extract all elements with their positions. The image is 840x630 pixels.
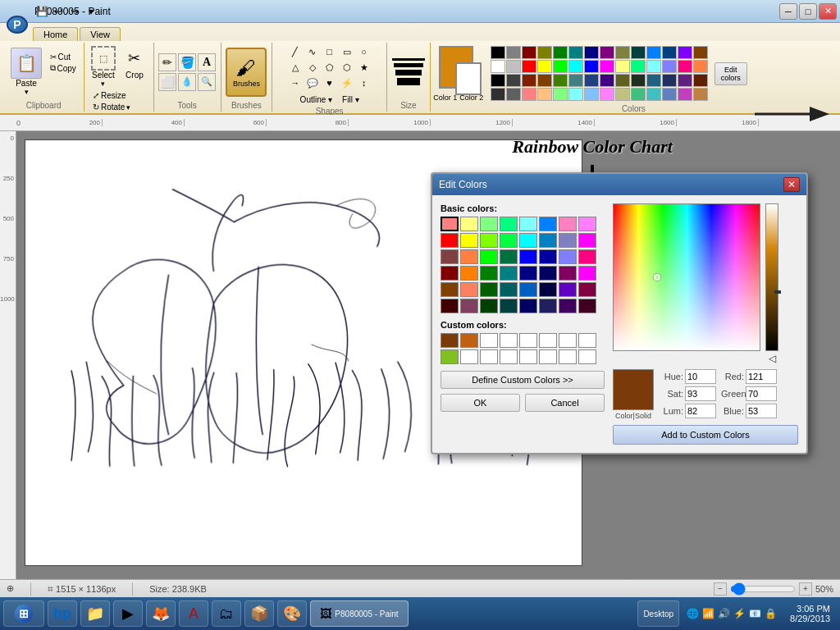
basic-color-swatch[interactable]: [539, 249, 557, 264]
basic-color-swatch[interactable]: [441, 266, 459, 281]
palette-color-swatch[interactable]: [537, 88, 552, 101]
palette-color-swatch[interactable]: [600, 46, 614, 59]
heart-shape[interactable]: ♥: [322, 75, 338, 90]
basic-color-swatch[interactable]: [539, 233, 557, 248]
paste-btn[interactable]: 📋 Paste ▾: [8, 45, 45, 98]
palette-color-swatch[interactable]: [553, 46, 568, 59]
palette-color-swatch[interactable]: [678, 74, 692, 87]
palette-color-swatch[interactable]: [506, 88, 521, 101]
green-input[interactable]: [746, 386, 777, 401]
basic-color-swatch[interactable]: [519, 266, 537, 281]
tray-icon-3[interactable]: ⚡: [733, 607, 746, 620]
scroll-shape[interactable]: ↕: [356, 75, 372, 90]
taskbar-explorer-btn[interactable]: 📁: [80, 600, 110, 627]
line-shape[interactable]: ╱: [287, 44, 304, 59]
basic-color-swatch[interactable]: [559, 233, 577, 248]
palette-color-swatch[interactable]: [678, 88, 692, 101]
tray-icon-2[interactable]: 📶: [701, 607, 714, 620]
palette-color-swatch[interactable]: [522, 60, 536, 73]
basic-color-swatch[interactable]: [578, 233, 596, 248]
custom-color-swatch[interactable]: [559, 333, 577, 348]
ellipse-shape[interactable]: ○: [356, 44, 372, 59]
taskbar-hp-btn[interactable]: hp: [48, 600, 77, 627]
basic-color-swatch[interactable]: [578, 249, 596, 264]
palette-color-swatch[interactable]: [506, 46, 521, 59]
palette-color-swatch[interactable]: [693, 60, 708, 73]
palette-color-swatch[interactable]: [568, 46, 583, 59]
select-btn[interactable]: ⬚ Select ▾: [89, 44, 117, 89]
maximize-btn[interactable]: □: [799, 3, 817, 20]
paint-menu-button[interactable]: P: [7, 16, 28, 34]
custom-color-swatch[interactable]: [578, 333, 596, 348]
palette-color-swatch[interactable]: [615, 74, 630, 87]
basic-color-swatch[interactable]: [500, 249, 518, 264]
taskbar-clock[interactable]: 3:06 PM 8/29/2013: [783, 604, 837, 623]
palette-color-swatch[interactable]: [522, 88, 536, 101]
quick-save-btn[interactable]: 💾: [34, 4, 49, 19]
basic-color-swatch[interactable]: [559, 299, 577, 313]
palette-color-swatch[interactable]: [491, 60, 505, 73]
color-spectrum[interactable]: [613, 203, 760, 351]
palette-color-swatch[interactable]: [568, 60, 583, 73]
brushes-btn[interactable]: 🖌 Brushes: [226, 48, 267, 97]
basic-color-swatch[interactable]: [539, 299, 557, 313]
custom-color-swatch[interactable]: [480, 349, 498, 364]
palette-color-swatch[interactable]: [537, 46, 552, 59]
dialog-ok-btn[interactable]: OK: [441, 394, 520, 412]
tray-icon-5[interactable]: 🔒: [764, 607, 777, 620]
size-3[interactable]: [395, 70, 422, 75]
color-picker-tool[interactable]: 💧: [178, 73, 196, 91]
basic-color-swatch[interactable]: [441, 233, 459, 248]
palette-color-swatch[interactable]: [506, 74, 521, 87]
color-preview-box[interactable]: [613, 369, 654, 410]
fill-dropdown[interactable]: Fill ▾: [339, 94, 363, 105]
pentagon-shape[interactable]: ⬠: [322, 60, 338, 75]
basic-color-swatch[interactable]: [519, 249, 537, 264]
basic-color-swatch[interactable]: [480, 217, 498, 231]
size-4[interactable]: [397, 78, 420, 85]
minimize-btn[interactable]: ─: [779, 3, 797, 20]
taskbar-firefox-btn[interactable]: 🦊: [146, 600, 176, 627]
palette-color-swatch[interactable]: [491, 88, 505, 101]
basic-color-swatch[interactable]: [559, 217, 577, 231]
hue-input[interactable]: [685, 369, 716, 384]
basic-color-swatch[interactable]: [480, 233, 498, 248]
basic-color-swatch[interactable]: [460, 233, 478, 248]
custom-color-swatch[interactable]: [500, 333, 518, 348]
palette-color-swatch[interactable]: [615, 46, 630, 59]
roundrect-shape[interactable]: ▭: [339, 44, 355, 59]
custom-color-swatch[interactable]: [500, 349, 518, 364]
palette-color-swatch[interactable]: [615, 60, 630, 73]
basic-color-swatch[interactable]: [519, 217, 537, 231]
lightning-shape[interactable]: ⚡: [339, 75, 355, 90]
custom-color-swatch[interactable]: [480, 333, 498, 348]
outline-dropdown[interactable]: Outline ▾: [297, 94, 336, 105]
lum-input[interactable]: [685, 404, 716, 418]
palette-color-swatch[interactable]: [646, 46, 661, 59]
palette-color-swatch[interactable]: [678, 60, 692, 73]
basic-color-swatch[interactable]: [441, 249, 459, 264]
quick-undo-btn[interactable]: ↩: [51, 4, 66, 19]
taskbar-app6-btn[interactable]: 📦: [244, 600, 274, 627]
color2-swatch[interactable]: [455, 62, 482, 95]
palette-color-swatch[interactable]: [568, 74, 583, 87]
dialog-cancel-btn[interactable]: Cancel: [525, 394, 605, 412]
palette-color-swatch[interactable]: [600, 74, 614, 87]
custom-color-swatch[interactable]: [578, 349, 596, 364]
edit-colors-btn[interactable]: Edit colors: [714, 62, 747, 85]
palette-color-swatch[interactable]: [568, 88, 583, 101]
basic-color-swatch[interactable]: [441, 217, 459, 231]
palette-color-swatch[interactable]: [491, 74, 505, 87]
basic-color-swatch[interactable]: [578, 299, 596, 313]
basic-color-swatch[interactable]: [460, 282, 478, 297]
tray-icon-1[interactable]: 🌐: [686, 607, 699, 620]
basic-color-swatch[interactable]: [480, 249, 498, 264]
basic-color-swatch[interactable]: [460, 299, 478, 313]
palette-color-swatch[interactable]: [693, 46, 708, 59]
magnifier-tool[interactable]: 🔍: [198, 73, 216, 91]
basic-color-swatch[interactable]: [460, 217, 478, 231]
rotate-btn[interactable]: ↻Rotate ▾: [89, 102, 134, 112]
star-shape[interactable]: ★: [356, 60, 372, 75]
basic-color-swatch[interactable]: [539, 217, 557, 231]
taskbar-acrobat-btn[interactable]: A: [179, 600, 208, 627]
